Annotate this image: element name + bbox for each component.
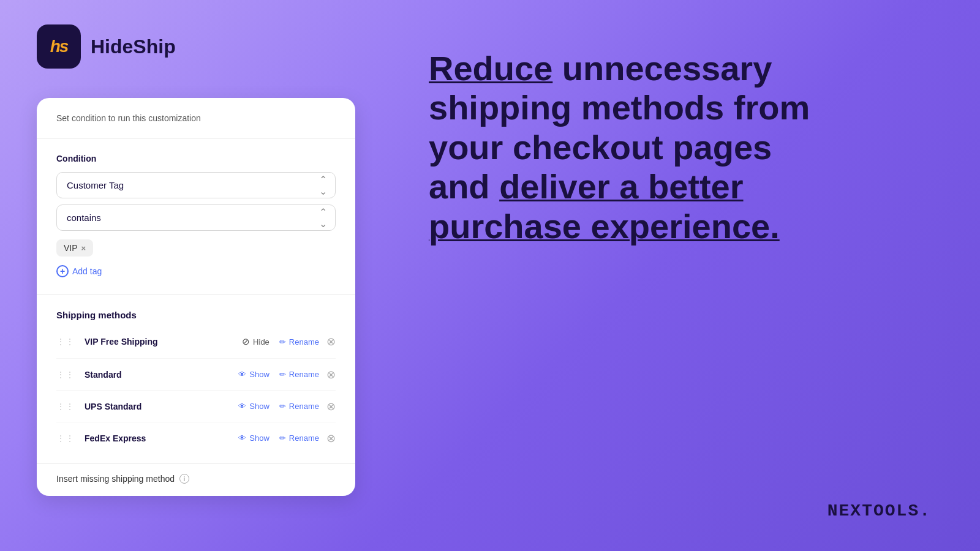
condition-operator-select[interactable]: contains does not contain equals starts … [56,204,336,231]
condition-operator-wrapper: contains does not contain equals starts … [56,204,336,231]
page: hs HideShip Set condition to run this cu… [0,0,980,551]
insert-missing-label: Insert missing shipping method [56,474,175,484]
shipping-method-name: UPS Standard [85,402,233,411]
condition-type-select[interactable]: Customer Tag Customer Email Country Cart… [56,172,336,198]
tagline: Reduce unnecessary shipping methods from… [429,49,858,246]
shipping-method-name: VIP Free Shipping [85,337,237,347]
logo-name: HideShip [91,36,176,58]
condition-type-wrapper: Customer Tag Customer Email Country Cart… [56,172,336,198]
shipping-section: Shipping methods ⋮⋮ VIP Free Shipping ⊘ … [37,295,355,463]
show-button[interactable]: 👁 Show [233,399,274,413]
eye-icon: 👁 [238,370,246,379]
right-panel: Reduce unnecessary shipping methods from… [392,0,980,551]
pencil-icon: ✏ [279,337,286,347]
add-tag-label: Add tag [72,266,102,276]
logo-hs-text: hs [50,37,68,56]
eye-icon: 👁 [238,402,246,411]
eye-icon: 👁 [238,433,246,443]
tag-chip-label: VIP [64,243,78,253]
show-button[interactable]: 👁 Show [233,367,274,381]
table-row: ⋮⋮ VIP Free Shipping ⊘ Hide ✏ Rename ⊗ [56,325,336,359]
logo-icon: hs [37,24,81,69]
rename-label: Rename [289,433,319,443]
show-label: Show [249,402,270,411]
tagline-line2: shipping methods from [429,88,810,127]
tagline-line3: your checkout pages [429,128,772,167]
rename-button[interactable]: ✏ Rename [274,431,324,445]
drag-handle-icon[interactable]: ⋮⋮ [56,370,75,380]
delete-icon[interactable]: ⊗ [326,368,336,381]
pencil-icon: ✏ [279,433,286,443]
shipping-method-name: Standard [85,370,233,380]
add-tag-circle-icon: + [56,265,69,277]
rename-button[interactable]: ✏ Rename [274,399,324,413]
drag-handle-icon[interactable]: ⋮⋮ [56,402,75,411]
rename-label: Rename [289,337,319,347]
delete-icon[interactable]: ⊗ [326,400,336,413]
delete-icon[interactable]: ⊗ [326,432,336,445]
show-button[interactable]: 👁 Show [233,431,274,445]
insert-missing-section: Insert missing shipping method i [37,463,355,496]
tagline-and: and [429,167,499,206]
drag-handle-icon[interactable]: ⋮⋮ [56,433,75,443]
tagline-deliver: deliver a better [499,167,743,206]
card-header: Set condition to run this customization [37,98,355,139]
condition-label: Condition [56,154,336,163]
add-tag-button[interactable]: + Add tag [56,265,102,277]
tag-chip-vip: VIP × [56,239,93,257]
hide-button[interactable]: ⊘ Hide [237,334,274,350]
show-label: Show [249,370,270,379]
tagline-purchase: purchase experience. [429,207,780,246]
table-row: ⋮⋮ UPS Standard 👁 Show ✏ Rename ⊗ [56,391,336,422]
rename-button[interactable]: ✏ Rename [274,367,324,381]
card-header-title: Set condition to run this customization [56,113,201,123]
rename-label: Rename [289,402,319,411]
left-panel: hs HideShip Set condition to run this cu… [0,0,392,551]
shipping-label: Shipping methods [56,310,336,320]
pencil-icon: ✏ [279,402,286,411]
rename-button[interactable]: ✏ Rename [274,335,324,349]
tagline-reduce: Reduce [429,49,552,88]
tag-remove-icon[interactable]: × [81,244,86,253]
card: Set condition to run this customization … [37,98,355,496]
info-icon[interactable]: i [179,474,189,484]
nextools-logo: NEXTOOLS. [827,501,931,520]
tag-row: VIP × [56,239,336,257]
rename-label: Rename [289,370,319,379]
shipping-method-name: FedEx Express [85,433,233,443]
pencil-icon: ✏ [279,370,286,379]
drag-handle-icon[interactable]: ⋮⋮ [56,337,75,347]
table-row: ⋮⋮ Standard 👁 Show ✏ Rename ⊗ [56,359,336,391]
tagline-unnecessary: unnecessary [552,49,772,88]
condition-section: Condition Customer Tag Customer Email Co… [37,139,355,295]
hide-slash-icon: ⊘ [242,336,250,347]
table-row: ⋮⋮ FedEx Express 👁 Show ✏ Rename ⊗ [56,422,336,454]
show-label: Show [249,433,270,443]
hide-label: Hide [253,337,270,347]
logo-area: hs HideShip [37,24,355,69]
delete-icon[interactable]: ⊗ [326,335,336,348]
